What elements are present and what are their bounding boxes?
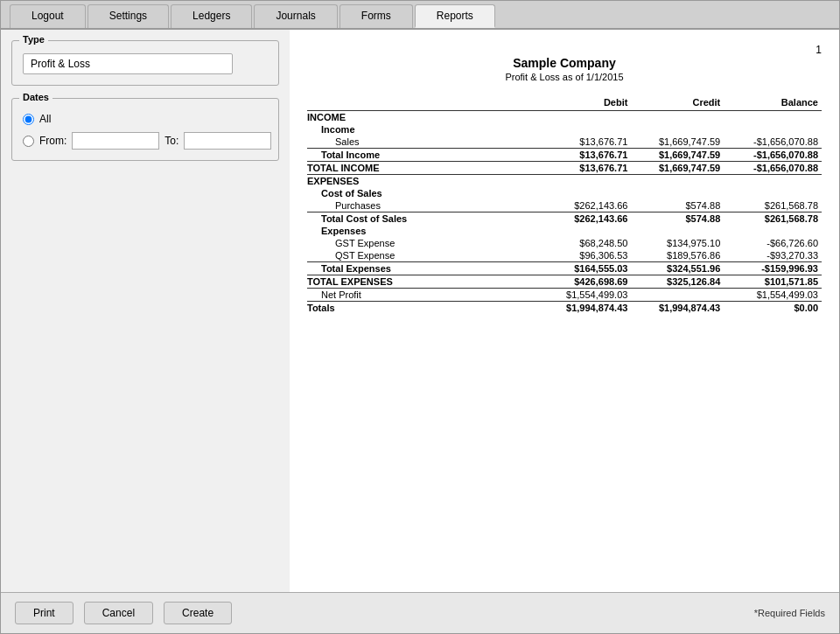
- row-debit: $13,676.71: [539, 149, 632, 162]
- row-debit: [539, 175, 632, 188]
- row-debit: $426,698.69: [539, 275, 632, 289]
- from-radio[interactable]: [23, 136, 34, 147]
- report-row-12: Total Expenses $164,555.03 $324,551.96 -…: [307, 262, 822, 275]
- row-balance: -$1,656,070.88: [724, 136, 822, 149]
- row-balance: $101,571.85: [724, 275, 822, 289]
- tab-logout[interactable]: Logout: [10, 4, 86, 28]
- type-label: Type: [19, 34, 48, 45]
- col-header-debit: Debit: [539, 96, 632, 111]
- tab-settings[interactable]: Settings: [88, 4, 169, 28]
- col-header-label: [307, 96, 539, 111]
- report-row-2: Sales $13,676.71 $1,669,747.59 -$1,656,0…: [307, 136, 822, 149]
- row-balance: -$1,656,070.88: [724, 149, 822, 162]
- report-row-8: Total Cost of Sales $262,143.66 $574.88 …: [307, 212, 822, 226]
- dates-label: Dates: [19, 92, 52, 102]
- row-credit: [631, 123, 724, 136]
- row-balance: $1,554,499.03: [724, 289, 822, 302]
- row-credit: $189,576.86: [631, 249, 724, 262]
- from-to-row: From: To:: [23, 132, 268, 150]
- tab-bar: Logout Settings Ledgers Journals Forms R…: [1, 1, 839, 30]
- row-label: TOTAL INCOME: [307, 162, 539, 175]
- row-credit: [631, 187, 724, 199]
- report-row-10: GST Expense $68,248.50 $134,975.10 -$66,…: [307, 237, 822, 249]
- row-balance: -$1,656,070.88: [724, 162, 822, 175]
- row-credit: $1,669,747.59: [631, 149, 724, 162]
- left-panel: Type Dates All From: To:: [1, 30, 290, 592]
- row-label: Purchases: [307, 199, 539, 212]
- type-input[interactable]: [23, 53, 233, 74]
- report-row-0: INCOME: [307, 111, 822, 124]
- from-date-input[interactable]: [72, 132, 159, 150]
- row-balance: [724, 225, 822, 237]
- row-debit: $262,143.66: [539, 199, 632, 212]
- row-label: Net Profit: [307, 289, 539, 302]
- row-credit: [631, 111, 724, 124]
- row-balance: -$66,726.60: [724, 237, 822, 249]
- all-radio[interactable]: [23, 114, 34, 125]
- to-label: To:: [164, 135, 178, 147]
- report-row-15: Totals $1,994,874.43 $1,994,874.43 $0.00: [307, 302, 822, 315]
- tab-reports[interactable]: Reports: [415, 4, 495, 28]
- report-row-5: EXPENSES: [307, 175, 822, 188]
- row-label: Income: [307, 123, 539, 136]
- row-debit: $13,676.71: [539, 162, 632, 175]
- to-date-input[interactable]: [184, 132, 271, 150]
- row-credit: $574.88: [631, 199, 724, 212]
- row-label: Cost of Sales: [307, 187, 539, 199]
- cancel-button[interactable]: Cancel: [84, 602, 153, 624]
- row-label: QST Expense: [307, 249, 539, 262]
- type-fieldset: Type: [11, 40, 279, 86]
- row-balance: -$159,996.93: [724, 262, 822, 275]
- tab-forms[interactable]: Forms: [340, 4, 413, 28]
- report-row-9: Expenses: [307, 225, 822, 237]
- row-debit: $13,676.71: [539, 136, 632, 149]
- create-button[interactable]: Create: [164, 602, 232, 624]
- row-balance: [724, 175, 822, 188]
- row-label: INCOME: [307, 111, 539, 124]
- row-balance: $261,568.78: [724, 212, 822, 226]
- report-row-13: TOTAL EXPENSES $426,698.69 $325,126.84 $…: [307, 275, 822, 289]
- row-credit: $324,551.96: [631, 262, 724, 275]
- footer: Print Cancel Create *Required Fields: [1, 592, 839, 633]
- report-row-4: TOTAL INCOME $13,676.71 $1,669,747.59 -$…: [307, 162, 822, 175]
- app-window: Logout Settings Ledgers Journals Forms R…: [0, 0, 840, 634]
- report-row-6: Cost of Sales: [307, 187, 822, 199]
- col-header-credit: Credit: [631, 96, 724, 111]
- row-label: Total Expenses: [307, 262, 539, 275]
- row-balance: [724, 187, 822, 199]
- row-debit: [539, 187, 632, 199]
- footer-buttons: Print Cancel Create: [15, 602, 232, 624]
- row-label: EXPENSES: [307, 175, 539, 188]
- row-debit: $68,248.50: [539, 237, 632, 249]
- row-label: Expenses: [307, 225, 539, 237]
- all-radio-label: All: [39, 113, 51, 125]
- report-subtitle: Profit & Loss as of 1/1/2015: [307, 72, 822, 82]
- dates-fieldset: Dates All From: To:: [11, 98, 279, 161]
- row-label: Total Cost of Sales: [307, 212, 539, 226]
- row-credit: [631, 289, 724, 302]
- row-balance: $261,568.78: [724, 199, 822, 212]
- row-debit: [539, 225, 632, 237]
- report-row-14: Net Profit $1,554,499.03 $1,554,499.03: [307, 289, 822, 302]
- row-credit: $1,669,747.59: [631, 162, 724, 175]
- row-debit: $1,994,874.43: [539, 302, 632, 315]
- row-debit: [539, 123, 632, 136]
- right-panel: 1 Sample Company Profit & Loss as of 1/1…: [290, 30, 839, 592]
- all-radio-row: All: [23, 113, 268, 125]
- report-row-3: Total Income $13,676.71 $1,669,747.59 -$…: [307, 149, 822, 162]
- main-content: Type Dates All From: To:: [1, 30, 839, 592]
- row-credit: [631, 225, 724, 237]
- row-debit: [539, 111, 632, 124]
- tab-ledgers[interactable]: Ledgers: [171, 4, 252, 28]
- row-label: TOTAL EXPENSES: [307, 275, 539, 289]
- row-balance: $0.00: [724, 302, 822, 315]
- print-button[interactable]: Print: [15, 602, 74, 624]
- row-label: Totals: [307, 302, 539, 315]
- row-balance: [724, 111, 822, 124]
- row-balance: -$93,270.33: [724, 249, 822, 262]
- row-label: Sales: [307, 136, 539, 149]
- row-label: Total Income: [307, 149, 539, 162]
- page-number: 1: [307, 44, 822, 56]
- tab-journals[interactable]: Journals: [254, 4, 337, 28]
- row-debit: $96,306.53: [539, 249, 632, 262]
